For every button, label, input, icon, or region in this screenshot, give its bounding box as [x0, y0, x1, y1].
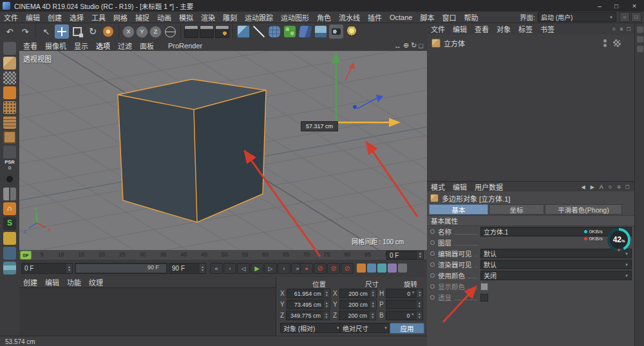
mirror-tool-icon[interactable]: [3, 187, 16, 200]
search-icon[interactable]: ○: [620, 12, 630, 22]
position-z-field[interactable]: 349.775 cm▲▼: [286, 311, 330, 320]
keyframe-param-icon[interactable]: [388, 264, 397, 273]
tab-phong[interactable]: 平滑着色(Phong): [545, 204, 622, 215]
om-menu-bookmarks[interactable]: 书签: [536, 23, 558, 35]
tab-basic[interactable]: 基本: [429, 204, 488, 215]
vp-menu-options[interactable]: 选项: [92, 40, 114, 51]
pen-tool-icon[interactable]: [252, 24, 266, 39]
floor-object-icon[interactable]: [314, 24, 328, 39]
mograph-cloner-icon[interactable]: [283, 24, 297, 39]
rotation-p-field[interactable]: ▲▼: [386, 300, 423, 309]
size-y-field[interactable]: 200 cm▲▼: [339, 300, 377, 309]
mat-menu-create[interactable]: 创建: [19, 277, 41, 287]
menu-simulate[interactable]: 模拟: [175, 12, 197, 23]
redo-icon[interactable]: ↷: [18, 24, 32, 39]
tab-coordinates[interactable]: 坐标: [489, 204, 544, 215]
last-tool-icon[interactable]: [101, 24, 115, 39]
menu-create[interactable]: 创建: [44, 12, 66, 23]
menu-character[interactable]: 角色: [313, 12, 335, 23]
menu-file[interactable]: 文件: [0, 12, 22, 23]
vp-maximize-icon[interactable]: □: [419, 42, 423, 50]
make-editable-icon[interactable]: [3, 42, 16, 55]
menu-window[interactable]: 窗口: [438, 12, 460, 23]
mat-menu-function[interactable]: 功能: [63, 277, 85, 287]
vp-menu-filter[interactable]: 过滤: [114, 40, 136, 51]
keyframe-preset-icon[interactable]: [398, 264, 407, 273]
am-search-icon[interactable]: ○: [609, 184, 612, 190]
om-menu-objects[interactable]: 对象: [493, 23, 515, 35]
goto-start-button[interactable]: «: [210, 263, 223, 274]
vp-menu-panel[interactable]: 面板: [136, 40, 158, 51]
menu-script[interactable]: 脚本: [416, 12, 438, 23]
om-menu-file[interactable]: 文件: [427, 23, 449, 35]
magnet-tool-icon[interactable]: ∩: [3, 202, 16, 215]
key-position-toggle[interactable]: ⊘: [314, 263, 327, 274]
polygons-mode-icon[interactable]: [3, 131, 16, 144]
subdivision-surface-icon[interactable]: [267, 24, 281, 39]
phong-tag-icon[interactable]: [613, 39, 621, 47]
timeline-ruler[interactable]: 05 1015 2025 3035 4045 5055 6065 7075 80…: [19, 250, 427, 260]
record-keyframe-button[interactable]: ●: [300, 263, 313, 274]
camera-object-icon[interactable]: [329, 24, 343, 39]
move-tool-icon[interactable]: [55, 24, 69, 39]
range-start-field[interactable]: 0 F ▲▼: [21, 263, 73, 274]
autokey-icon[interactable]: [357, 264, 366, 273]
bend-deformer-icon[interactable]: [298, 24, 312, 39]
am-menu-mode[interactable]: 模式: [427, 182, 449, 192]
keyframe-record-icon[interactable]: [3, 173, 16, 186]
object-tree[interactable]: 立方体: [427, 35, 634, 180]
range-end-field[interactable]: 90 F ▲▼: [169, 263, 206, 274]
maximize-button[interactable]: □: [608, 3, 625, 10]
cube-object[interactable]: [118, 79, 266, 222]
lock-x-axis-button[interactable]: X: [122, 26, 135, 38]
menu-mograph[interactable]: 运动图形: [277, 12, 313, 23]
om-menu-tags[interactable]: 标签: [515, 23, 536, 35]
menu-pipeline[interactable]: 流水线: [335, 12, 364, 23]
menu-plugins[interactable]: 插件: [364, 12, 386, 23]
om-menu-icon[interactable]: ≡: [620, 26, 623, 32]
vp-menu-prorender[interactable]: ProRender: [164, 40, 206, 51]
coord-mode-dropdown[interactable]: 对象 (相对)▼: [280, 323, 343, 333]
points-mode-icon[interactable]: [3, 101, 16, 114]
texture-mode-icon[interactable]: [3, 72, 16, 84]
vp-menu-display[interactable]: 显示: [70, 40, 92, 51]
minimize-button[interactable]: –: [591, 3, 608, 10]
am-back-icon[interactable]: ◀: [582, 184, 585, 190]
position-x-field[interactable]: 61.954 cm▲▼: [287, 289, 330, 298]
keyframe-point-icon[interactable]: [377, 264, 386, 273]
lock-y-axis-button[interactable]: Y: [136, 26, 148, 38]
menu-help[interactable]: 帮助: [460, 12, 482, 23]
lock-z-axis-button[interactable]: Z: [149, 26, 162, 38]
axis-mode-icon[interactable]: [3, 146, 16, 159]
dock-tab-icon-3[interactable]: [637, 46, 643, 52]
menu-mesh[interactable]: 网格: [109, 12, 131, 23]
dock-tab-icon-1[interactable]: [637, 26, 643, 33]
add-cube-icon[interactable]: [236, 24, 251, 39]
snap-icon[interactable]: S: [3, 217, 16, 230]
range-slider[interactable]: 90 F: [75, 263, 167, 274]
render-to-picture-icon[interactable]: [200, 25, 214, 38]
keyframe-selection-icon[interactable]: [367, 264, 376, 273]
am-menu-edit[interactable]: 编辑: [449, 182, 471, 192]
model-mode-icon[interactable]: [3, 57, 16, 70]
menu-render[interactable]: 渲染: [197, 12, 219, 23]
key-rotation-toggle[interactable]: ⊘: [341, 263, 354, 274]
dock-tab-icon-2[interactable]: [637, 36, 643, 43]
prev-key-button[interactable]: ‹: [223, 263, 236, 274]
vp-menu-camera[interactable]: 摄像机: [41, 40, 70, 51]
om-menu-view[interactable]: 查看: [471, 23, 493, 35]
basic-properties-header[interactable]: 基本属性: [427, 215, 634, 226]
close-button[interactable]: ×: [625, 2, 644, 10]
undo-icon[interactable]: ↶: [3, 24, 17, 39]
om-panel-icon[interactable]: □: [627, 26, 630, 32]
prev-frame-button[interactable]: ◁: [237, 263, 250, 274]
workplane-mode-icon[interactable]: [3, 86, 16, 99]
rotate-tool-icon[interactable]: ↻: [86, 24, 100, 39]
size-x-field[interactable]: 200 cm▲▼: [339, 289, 377, 298]
scale-tool-icon[interactable]: [70, 24, 84, 39]
am-forward-icon[interactable]: ▶: [591, 184, 594, 190]
rotation-b-field[interactable]: 0 °▲▼: [386, 311, 423, 320]
om-menu-edit[interactable]: 编辑: [449, 23, 471, 35]
render-settings-icon[interactable]: [215, 25, 229, 38]
am-panel-icon[interactable]: □: [626, 184, 629, 190]
